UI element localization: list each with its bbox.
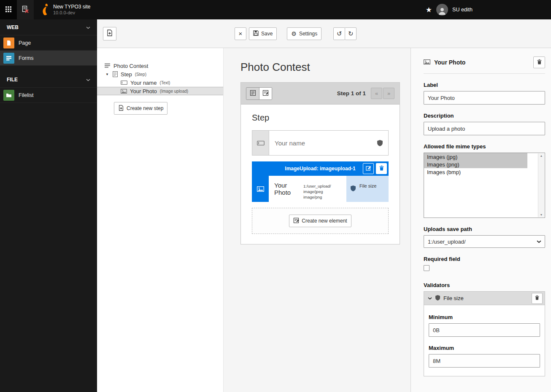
selected-element-label: Your Photo <box>274 182 303 196</box>
validator-panel-header[interactable]: File size <box>424 292 545 305</box>
brand[interactable]: New TYPO3 site 10.0.0-dev <box>34 0 95 19</box>
toolbar-center: × Save ⚙ Settings <box>235 27 357 40</box>
abstract-view-button[interactable] <box>246 88 259 99</box>
create-new-element-button[interactable]: Create new element <box>289 215 351 227</box>
sidebar-item-page[interactable]: Page <box>0 35 97 51</box>
form-element-imageupload-selected[interactable]: ImageUpload: imageupload-1 <box>252 161 389 202</box>
sidebar-section-file[interactable]: FILE <box>0 72 97 88</box>
save-icon <box>253 30 259 37</box>
chevron-right-icon: » <box>387 90 390 97</box>
edit-element-button[interactable] <box>363 163 374 174</box>
topbar-spacer <box>95 0 425 19</box>
listbox-scrollbar[interactable]: ▲ ▼ <box>538 153 544 217</box>
close-icon: × <box>239 30 243 37</box>
sidebar-item-forms-label: Forms <box>19 55 33 61</box>
trash-icon <box>379 165 384 172</box>
tree-item-step[interactable]: ▼ Step (Step) <box>97 70 223 78</box>
element-placeholder: Your name <box>275 140 305 147</box>
clear-cache-icon <box>22 5 29 14</box>
selected-element-details: 1:/user_upload/ image/jpeg image/png <box>303 183 342 199</box>
description-input[interactable] <box>424 122 545 135</box>
validator-panel: File size Minimum Maximum <box>424 291 545 376</box>
mime-option-jpg[interactable]: Images (jpg) <box>424 153 527 161</box>
mime-option-png[interactable]: Images (png) <box>424 161 527 168</box>
scroll-down-icon[interactable]: ▼ <box>540 213 543 216</box>
selected-element-main: Your Photo 1:/user_upload/ image/jpeg im… <box>269 176 346 202</box>
minimum-input[interactable] <box>429 323 540 337</box>
settings-label: Settings <box>299 31 317 37</box>
tree-item-label: Your Photo <box>130 88 157 94</box>
close-button[interactable]: × <box>235 27 246 40</box>
mime-types-listbox[interactable]: Images (jpg) Images (png) Images (bmp) ▲… <box>424 153 545 218</box>
section-file-label: FILE <box>7 77 18 83</box>
tree-item-your-name[interactable]: Your name (Text) <box>97 78 223 87</box>
maximum-label: Maximum <box>429 345 540 351</box>
stage-card: Step 1 of 1 « » Step <box>240 82 400 244</box>
validator-shield-icon <box>435 295 440 302</box>
bookmark-star-icon[interactable]: ★ <box>426 5 432 14</box>
image-upload-icon <box>252 176 269 202</box>
tree-item-root[interactable]: Photo Contest <box>97 62 223 70</box>
selected-element-identifier: ImageUpload: imageupload-1 <box>285 166 355 172</box>
redo-button[interactable]: ↻ <box>345 27 357 40</box>
scroll-up-icon[interactable]: ▲ <box>540 154 543 157</box>
tree-item-label: Step <box>121 71 132 78</box>
module-menu-toggle-button[interactable] <box>0 0 17 19</box>
form-title: Photo Contest <box>240 61 401 74</box>
tree-item-your-photo[interactable]: Your Photo (Image upload) <box>97 87 223 95</box>
save-path-select[interactable]: 1:/user_upload/ <box>424 235 545 248</box>
tree-expand-caret-icon[interactable]: ▼ <box>105 72 110 76</box>
stage-header: Step 1 of 1 « » <box>241 83 400 105</box>
settings-button[interactable]: ⚙ Settings <box>287 27 321 40</box>
previous-step-button[interactable]: « <box>371 88 382 99</box>
detail-mime-png: image/png <box>303 195 322 199</box>
maximum-input[interactable] <box>429 354 540 368</box>
selected-element-body: Your Photo 1:/user_upload/ image/jpeg im… <box>252 176 389 202</box>
create-new-step-button[interactable]: Create new step <box>114 102 167 115</box>
minimum-label: Minimum <box>429 314 540 320</box>
sidebar-item-forms[interactable]: Forms <box>0 51 97 66</box>
sidebar-item-filelist[interactable]: Filelist <box>0 88 97 103</box>
new-form-button[interactable] <box>103 27 116 40</box>
clear-cache-button[interactable] <box>17 0 34 19</box>
sidebar-item-page-label: Page <box>19 40 31 46</box>
tree-item-type: (Step) <box>135 72 146 77</box>
username[interactable]: SU edith <box>452 7 473 13</box>
selected-element-header: ImageUpload: imageupload-1 <box>252 161 389 176</box>
delete-element-button[interactable] <box>376 163 387 174</box>
detail-mime-jpeg: image/jpeg <box>303 189 323 194</box>
stage-body: Step Your name <box>241 105 400 244</box>
create-new-element-label: Create new element <box>302 218 347 224</box>
new-element-icon <box>293 217 299 225</box>
remove-validator-button[interactable] <box>532 293 543 304</box>
save-button[interactable]: Save <box>249 27 277 40</box>
save-path-value: 1:/user_upload/ <box>428 239 466 245</box>
topbar-right: ★ SU edith <box>426 0 551 19</box>
delete-element-button[interactable] <box>533 56 545 68</box>
sidebar-section-web[interactable]: WEB <box>0 19 97 35</box>
create-element-zone: Create new element <box>252 208 389 234</box>
undo-icon: ↺ <box>337 30 342 38</box>
preview-view-button[interactable] <box>259 88 272 99</box>
validator-panel-body: Minimum Maximum <box>424 305 545 376</box>
typo3-logo <box>40 3 49 16</box>
undo-button[interactable]: ↺ <box>333 27 345 40</box>
next-step-button[interactable]: » <box>383 88 394 99</box>
form-element-your-name[interactable]: Your name <box>252 130 389 156</box>
mime-option-bmp[interactable]: Images (bmp) <box>424 168 527 176</box>
step-pagination: « » <box>371 88 394 99</box>
undo-redo-group: ↺ ↻ <box>333 27 357 40</box>
content-area: × Save ⚙ Settings <box>97 19 551 392</box>
new-form-icon <box>106 30 113 38</box>
avatar[interactable] <box>436 4 448 16</box>
gear-icon: ⚙ <box>291 31 297 37</box>
required-checkbox[interactable] <box>424 265 429 271</box>
validator-name: File size <box>443 295 464 301</box>
step-heading: Step <box>252 113 389 123</box>
preview-view-icon <box>262 90 269 97</box>
label-input[interactable] <box>424 91 545 105</box>
section-web-label: WEB <box>7 24 19 30</box>
detail-save-path: 1:/user_upload/ <box>303 184 331 188</box>
form-structure-tree: Photo Contest ▼ Step (Step) <box>97 48 224 392</box>
tree-item-label: Photo Contest <box>113 63 148 69</box>
